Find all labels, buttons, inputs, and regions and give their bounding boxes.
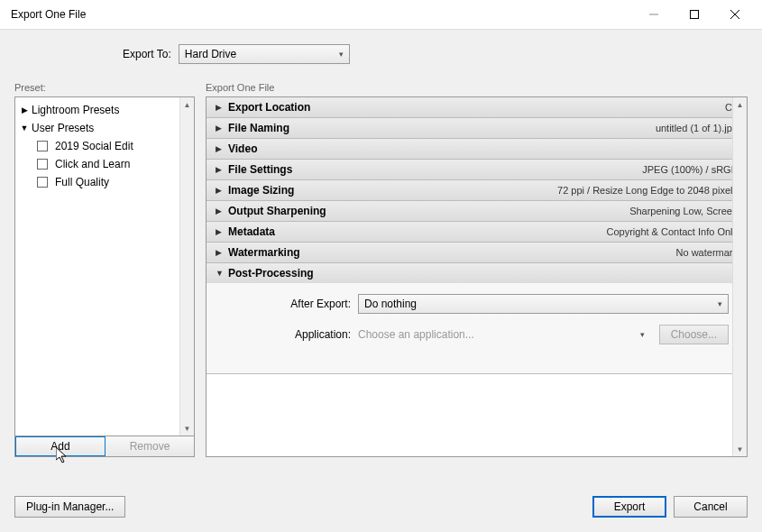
triangle-right-icon: ▶ bbox=[216, 144, 228, 153]
after-export-label: After Export: bbox=[225, 298, 351, 310]
cancel-button[interactable]: Cancel bbox=[674, 496, 748, 518]
panel-header[interactable]: ▶ File Settings JPEG (100%) / sRGB bbox=[207, 160, 747, 179]
triangle-right-icon: ▶ bbox=[216, 124, 228, 133]
panel-status: No watermark bbox=[676, 247, 738, 258]
export-to-value: Hard Drive bbox=[185, 48, 236, 60]
panel-metadata: ▶ Metadata Copyright & Contact Info Only bbox=[207, 222, 747, 243]
panel-image-sizing: ▶ Image Sizing 72 ppi / Resize Long Edge… bbox=[207, 180, 747, 201]
settings-column: Export One File ▶ Export Location C:\ ▶ … bbox=[206, 82, 748, 457]
panel-header[interactable]: ▶ Video bbox=[207, 139, 747, 159]
choose-application-button: Choose... bbox=[659, 325, 729, 344]
panel-title: File Naming bbox=[228, 122, 656, 134]
panel-title: File Settings bbox=[228, 163, 642, 176]
after-export-select[interactable]: Do nothing ▾ bbox=[358, 294, 729, 314]
triangle-down-icon: ▼ bbox=[19, 124, 30, 133]
window-title: Export One File bbox=[11, 8, 633, 21]
panel-header[interactable]: ▼ Post-Processing bbox=[207, 263, 747, 283]
panel-status: untitled (1 of 1).jpg bbox=[656, 123, 738, 133]
triangle-right-icon: ▶ bbox=[216, 103, 228, 112]
application-row: Application: Choose an application... ▾ … bbox=[225, 325, 729, 344]
add-preset-button[interactable]: Add bbox=[15, 436, 106, 456]
preset-group-lightroom[interactable]: ▶ Lightroom Presets bbox=[15, 101, 194, 119]
triangle-down-icon: ▼ bbox=[216, 269, 228, 278]
panel-video: ▶ Video bbox=[207, 139, 747, 160]
close-button[interactable] bbox=[714, 1, 755, 28]
export-to-row: Export To: Hard Drive ▾ bbox=[14, 44, 748, 64]
panel-status: 72 ppi / Resize Long Edge to 2048 pixels bbox=[557, 185, 738, 196]
panel-title: Export Location bbox=[228, 101, 725, 114]
application-placeholder: Choose an application... bbox=[358, 328, 474, 341]
checkbox-icon[interactable] bbox=[37, 177, 48, 188]
bottom-row: Plug-in Manager... Export Cancel bbox=[14, 496, 748, 518]
export-button[interactable]: Export bbox=[592, 496, 666, 518]
export-to-label: Export To: bbox=[123, 48, 171, 60]
scroll-up-icon[interactable]: ▲ bbox=[180, 97, 194, 112]
panel-status: JPEG (100%) / sRGB bbox=[642, 164, 738, 175]
triangle-right-icon: ▶ bbox=[19, 105, 30, 115]
panel-file-naming: ▶ File Naming untitled (1 of 1).jpg bbox=[207, 118, 747, 139]
triangle-right-icon: ▶ bbox=[216, 206, 228, 216]
preset-list: ▶ Lightroom Presets ▼ User Presets 2019 … bbox=[14, 96, 195, 436]
plugin-manager-button[interactable]: Plug-in Manager... bbox=[14, 496, 125, 518]
svg-rect-1 bbox=[690, 11, 698, 19]
panel-container: ▶ Export Location C:\ ▶ File Naming unti… bbox=[206, 96, 748, 457]
preset-item[interactable]: Full Quality bbox=[15, 173, 194, 191]
panel-title: Watermarking bbox=[228, 246, 676, 259]
checkbox-icon[interactable] bbox=[37, 141, 48, 151]
scroll-up-icon[interactable]: ▲ bbox=[733, 97, 747, 112]
panel-header[interactable]: ▶ Image Sizing 72 ppi / Resize Long Edge… bbox=[207, 180, 747, 200]
preset-item-label: Click and Learn bbox=[55, 158, 130, 170]
preset-header: Preset: bbox=[14, 82, 195, 93]
preset-item[interactable]: Click and Learn bbox=[15, 155, 194, 173]
maximize-button[interactable] bbox=[674, 1, 714, 28]
triangle-right-icon: ▶ bbox=[216, 227, 228, 236]
panel-title: Video bbox=[228, 142, 738, 155]
triangle-right-icon: ▶ bbox=[216, 165, 228, 174]
settings-header: Export One File bbox=[206, 82, 748, 93]
panel-header[interactable]: ▶ Watermarking No watermark bbox=[207, 243, 747, 262]
chevron-down-icon: ▾ bbox=[718, 299, 722, 308]
panel-header[interactable]: ▶ Export Location C:\ bbox=[207, 97, 747, 117]
panel-header[interactable]: ▶ Output Sharpening Sharpening Low, Scre… bbox=[207, 201, 747, 221]
triangle-right-icon: ▶ bbox=[216, 186, 228, 195]
preset-column: Preset: ▶ Lightroom Presets ▼ User Prese… bbox=[14, 82, 195, 457]
settings-scrollbar[interactable]: ▲ ▼ bbox=[732, 97, 747, 456]
panel-export-location: ▶ Export Location C:\ bbox=[207, 97, 747, 118]
chevron-down-icon: ▾ bbox=[640, 330, 645, 339]
preset-item-label: 2019 Social Edit bbox=[55, 140, 133, 152]
panel-output-sharpening: ▶ Output Sharpening Sharpening Low, Scre… bbox=[207, 201, 747, 222]
preset-scrollbar[interactable]: ▲ ▼ bbox=[179, 97, 194, 436]
application-field: Choose an application... ▾ bbox=[358, 325, 652, 344]
panel-watermarking: ▶ Watermarking No watermark bbox=[207, 243, 747, 263]
panel-status: Sharpening Low, Screen bbox=[629, 206, 738, 216]
triangle-right-icon: ▶ bbox=[216, 248, 228, 257]
panel-file-settings: ▶ File Settings JPEG (100%) / sRGB bbox=[207, 160, 747, 180]
panel-status: Copyright & Contact Info Only bbox=[606, 226, 738, 237]
preset-buttons: Add Remove bbox=[14, 436, 195, 457]
preset-group-user[interactable]: ▼ User Presets bbox=[15, 119, 194, 137]
export-to-select[interactable]: Hard Drive ▾ bbox=[179, 44, 350, 64]
chevron-down-icon: ▾ bbox=[339, 50, 344, 59]
minimize-button[interactable] bbox=[633, 1, 674, 28]
preset-group-label: User Presets bbox=[32, 122, 94, 134]
panel-title: Post-Processing bbox=[228, 267, 738, 280]
remove-preset-button: Remove bbox=[106, 436, 194, 456]
scroll-down-icon[interactable]: ▼ bbox=[180, 421, 194, 436]
scroll-down-icon[interactable]: ▼ bbox=[733, 442, 747, 456]
preset-item-label: Full Quality bbox=[55, 176, 109, 188]
panel-title: Metadata bbox=[228, 225, 606, 238]
after-export-row: After Export: Do nothing ▾ bbox=[225, 294, 729, 314]
post-processing-body: After Export: Do nothing ▾ Application: … bbox=[207, 283, 747, 373]
panel-header[interactable]: ▶ Metadata Copyright & Contact Info Only bbox=[207, 222, 747, 242]
panel-header[interactable]: ▶ File Naming untitled (1 of 1).jpg bbox=[207, 118, 747, 138]
panel-post-processing: ▼ Post-Processing After Export: Do nothi… bbox=[207, 263, 747, 374]
preset-item[interactable]: 2019 Social Edit bbox=[15, 137, 194, 155]
panel-title: Output Sharpening bbox=[228, 205, 629, 217]
application-label: Application: bbox=[225, 328, 351, 341]
panel-title: Image Sizing bbox=[228, 184, 557, 197]
titlebar: Export One File bbox=[0, 0, 762, 29]
preset-group-label: Lightroom Presets bbox=[32, 104, 119, 116]
after-export-value: Do nothing bbox=[364, 298, 417, 310]
dialog-content: Export To: Hard Drive ▾ Preset: ▶ Lightr… bbox=[0, 29, 762, 532]
checkbox-icon[interactable] bbox=[37, 159, 48, 170]
